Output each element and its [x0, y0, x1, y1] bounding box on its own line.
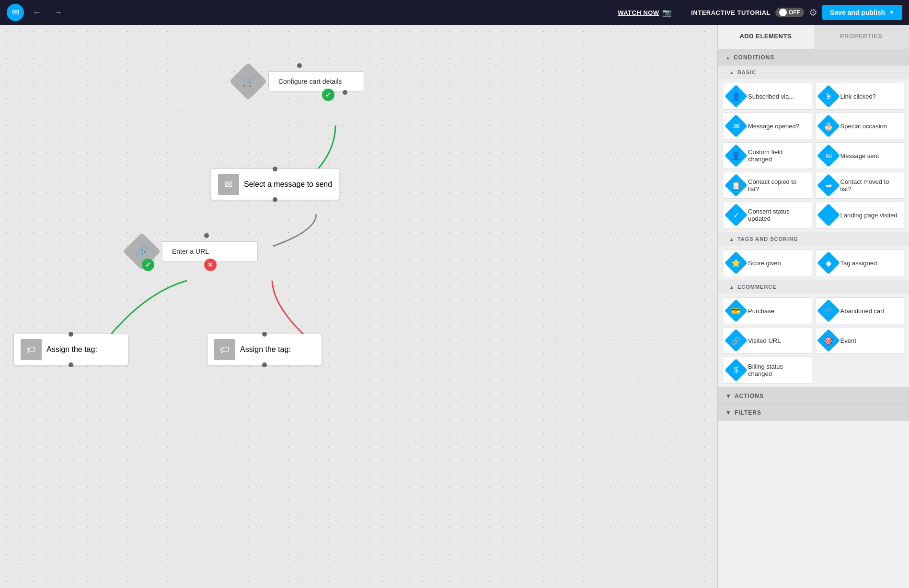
element-consent-status[interactable]: ✓ Consent status updated: [723, 202, 812, 228]
sub-section-tags-scoring[interactable]: ▲ TAGS AND SCORING: [718, 232, 909, 246]
event-icon: 🎯: [817, 329, 840, 352]
ecommerce-elements-grid: 💳 Purchase 🛒 Abandoned cart 🔗 Visited UR…: [718, 294, 909, 387]
tags-elements-grid: ⭐ Score given ◆ Tag assigned: [718, 246, 909, 280]
element-contact-moved[interactable]: ➡ Contact moved to list?: [815, 172, 905, 199]
bottom-connector-dot: [343, 90, 347, 95]
tag-icon-right: 🏷: [214, 339, 235, 360]
undo-button[interactable]: ←: [29, 6, 45, 20]
subscribed-via-label: Subscribed via...: [748, 93, 794, 100]
section-filters[interactable]: ▼ FILTERS: [718, 404, 909, 421]
check-badge-cart: ✓: [322, 89, 334, 101]
right-panel: ADD ELEMENTS PROPERTIES ▲ CONDITIONS ▲ B…: [717, 25, 909, 588]
tag-icon-left: 🏷: [21, 339, 42, 360]
top-conn: [273, 167, 277, 171]
tab-add-elements[interactable]: ADD ELEMENTS: [718, 25, 814, 49]
section-conditions[interactable]: ▲ CONDITIONS: [718, 49, 909, 66]
score-given-icon: ⭐: [725, 251, 748, 274]
purchase-icon: 💳: [725, 299, 748, 322]
tag-assigned-icon: ◆: [817, 251, 840, 274]
toggle-label: OFF: [789, 9, 800, 16]
actions-arrow-icon: ▼: [725, 393, 732, 399]
element-tag-assigned[interactable]: ◆ Tag assigned: [815, 249, 905, 276]
custom-field-icon: 👤: [725, 144, 748, 167]
section-actions[interactable]: ▼ ACTIONS: [718, 387, 909, 404]
enter-url-node[interactable]: 🔗 Enter a URL ✓ ✕: [128, 238, 258, 265]
element-custom-field-changed[interactable]: 👤 Custom field changed: [723, 142, 812, 169]
video-icon: 📷: [662, 8, 672, 17]
element-contact-copied[interactable]: 📋 Contact copied to list?: [723, 172, 812, 199]
consent-status-label: Consent status updated: [748, 208, 807, 222]
contact-moved-icon: ➡: [817, 174, 840, 197]
ecommerce-arrow-icon: ▲: [729, 284, 735, 290]
sub-section-basic[interactable]: ▲ BASIC: [718, 66, 909, 79]
message-sent-label: Message sent: [840, 152, 879, 159]
top-connector-dot: [297, 63, 302, 68]
element-message-sent[interactable]: ✉ Message sent: [815, 142, 905, 169]
basic-elements-grid: 👤 Subscribed via... 🖱 Link clicked? ✉ Me…: [718, 79, 909, 232]
interactive-tutorial-label: INTERACTIVE TUTORIAL: [691, 9, 771, 16]
sub-section-ecommerce[interactable]: ▲ ECOMMERCE: [718, 280, 909, 294]
redo-button[interactable]: →: [50, 6, 66, 20]
configure-cart-node[interactable]: 🛒 Configure cart details ✓: [235, 68, 364, 95]
watch-now-label: WATCH NOW: [618, 9, 659, 16]
link-clicked-icon: 🖱: [817, 85, 840, 108]
event-label: Event: [840, 337, 856, 344]
consent-status-icon: ✓: [725, 204, 748, 226]
save-publish-label: Save and publish: [830, 9, 885, 16]
chevron-down-icon: ▼: [889, 9, 895, 16]
select-message-label: Select a message to send: [244, 180, 332, 189]
connector-lines: [0, 25, 717, 588]
bottom-conn: [273, 197, 277, 202]
navbar: ✉ ← → WATCH NOW 📷 INTERACTIVE TUTORIAL O…: [0, 0, 909, 25]
message-sent-icon: ✉: [817, 144, 840, 167]
element-billing-status[interactable]: $ Billing status changed: [723, 357, 812, 384]
element-purchase[interactable]: 💳 Purchase: [723, 297, 812, 324]
score-given-label: Score given: [748, 260, 781, 267]
save-publish-button[interactable]: Save and publish ▼: [822, 5, 902, 20]
configure-cart-label: Configure cart details: [268, 71, 364, 91]
app-logo: ✉: [7, 4, 24, 21]
contact-copied-label: Contact copied to list?: [748, 178, 807, 192]
assign-tag-right-node[interactable]: 🏷 Assign the tag:: [207, 334, 322, 365]
message-icon: ✉: [218, 174, 239, 195]
top-conn-url: [204, 233, 209, 238]
tag-assigned-label: Tag assigned: [840, 260, 877, 267]
visited-url-label: Visited URL: [748, 337, 781, 344]
abandoned-cart-icon: 🛒: [817, 299, 840, 322]
panel-tabs: ADD ELEMENTS PROPERTIES: [718, 25, 909, 49]
billing-status-icon: $: [725, 359, 748, 382]
element-visited-url[interactable]: 🔗 Visited URL: [723, 327, 812, 354]
conditions-arrow-icon: ▲: [725, 55, 731, 60]
bottom-conn-left: [69, 362, 73, 367]
toggle-circle: [779, 9, 787, 16]
element-landing-page[interactable]: 🌐 Landing page visited: [815, 202, 905, 228]
main-layout: 🛒 Configure cart details ✓ ✉ Select a me…: [0, 25, 909, 588]
workflow-canvas[interactable]: 🛒 Configure cart details ✓ ✉ Select a me…: [0, 25, 717, 588]
subscribed-via-icon: 👤: [725, 85, 748, 108]
element-subscribed-via[interactable]: 👤 Subscribed via...: [723, 83, 812, 110]
url-icon: 🔗: [136, 245, 149, 258]
tutorial-toggle[interactable]: OFF: [775, 8, 804, 17]
filters-arrow-icon: ▼: [725, 409, 732, 416]
assign-tag-left-node[interactable]: 🏷 Assign the tag:: [13, 334, 128, 365]
tab-properties[interactable]: PROPERTIES: [814, 25, 909, 49]
cart-icon: 🛒: [242, 75, 255, 88]
message-opened-label: Message opened?: [748, 123, 799, 130]
watch-now-link[interactable]: WATCH NOW 📷: [618, 8, 672, 17]
element-score-given[interactable]: ⭐ Score given: [723, 249, 812, 276]
contact-moved-label: Contact moved to list?: [840, 178, 899, 192]
element-event[interactable]: 🎯 Event: [815, 327, 905, 354]
x-badge-url: ✕: [204, 259, 217, 271]
tags-arrow-icon: ▲: [729, 237, 735, 242]
element-special-occasion[interactable]: 🎂 Special occasion: [815, 113, 905, 139]
abandoned-cart-label: Abandoned cart: [840, 307, 885, 315]
element-link-clicked[interactable]: 🖱 Link clicked?: [815, 83, 905, 110]
billing-status-label: Billing status changed: [748, 363, 807, 377]
landing-page-label: Landing page visited: [840, 212, 897, 219]
select-message-node[interactable]: ✉ Select a message to send: [211, 169, 339, 200]
element-message-opened[interactable]: ✉ Message opened?: [723, 113, 812, 139]
settings-button[interactable]: ⚙: [809, 7, 817, 18]
visited-url-icon: 🔗: [725, 329, 748, 352]
top-conn-left: [69, 332, 73, 337]
element-abandoned-cart[interactable]: 🛒 Abandoned cart: [815, 297, 905, 324]
